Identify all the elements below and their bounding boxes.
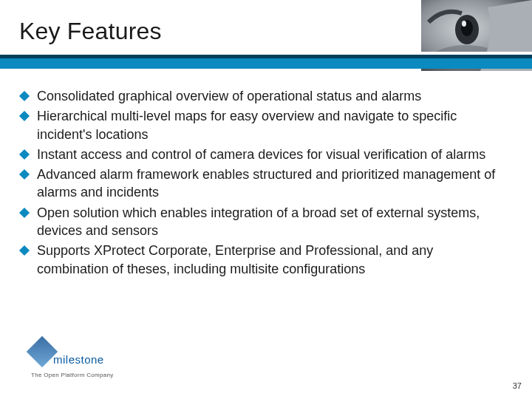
header-band: Key Features [0,0,532,71]
list-item: Supports XProtect Corporate, Enterprise … [21,242,508,278]
bullet-text: Instant access and control of camera dev… [37,146,485,163]
list-item: Open solution which enables integration … [21,204,508,240]
bullet-text: Hierarchical multi-level maps for easy o… [37,107,508,143]
svg-point-3 [462,21,466,27]
bullet-icon [19,208,30,218]
list-item: Hierarchical multi-level maps for easy o… [21,107,508,143]
brand-logo: milestone The Open Platform Company [31,341,114,378]
slide: Key Features [0,0,532,399]
bullet-icon [19,169,30,180]
bullet-icon [19,149,30,160]
cougar-image [421,0,532,71]
list-item: Advanced alarm framework enables structu… [21,166,508,202]
bullet-icon [19,111,30,121]
logo-tagline: The Open Platform Company [31,372,114,378]
logo-mark: milestone [31,341,104,367]
page-title: Key Features [19,18,162,45]
bullet-icon [19,91,30,101]
bullet-text: Open solution which enables integration … [37,204,508,240]
bullet-text: Consolidated graphical overview of opera… [37,87,421,105]
logo-name: milestone [53,353,104,366]
page-number: 37 [513,381,522,390]
list-item: Instant access and control of camera dev… [21,146,508,163]
bullet-icon [19,245,30,256]
bullet-text: Advanced alarm framework enables structu… [37,166,508,202]
list-item: Consolidated graphical overview of opera… [21,87,508,105]
bullet-list: Consolidated graphical overview of opera… [21,87,508,280]
bullet-text: Supports XProtect Corporate, Enterprise … [37,242,508,278]
